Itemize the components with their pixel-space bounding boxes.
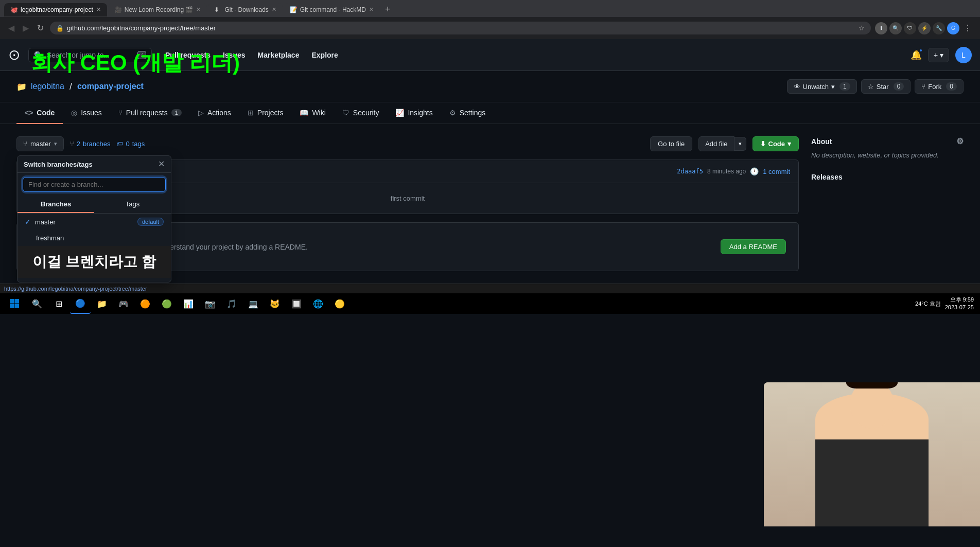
- menu-icon[interactable]: ⋮: [961, 23, 974, 33]
- branch-search-input[interactable]: [23, 177, 166, 192]
- tags-link[interactable]: 🏷 0 tags: [116, 140, 145, 148]
- ext-icon-5[interactable]: 🔧: [933, 22, 945, 34]
- taskbar-task-view[interactable]: ⊞: [48, 293, 69, 314]
- ext-icon-6[interactable]: G: [947, 22, 959, 34]
- github-logo[interactable]: ⊙: [8, 46, 20, 63]
- security-tab-icon: 🛡: [342, 109, 349, 117]
- browser-tab-0[interactable]: 🐙 legobitna/company-project ✕: [4, 3, 107, 16]
- commit-count-link[interactable]: 1 commit: [763, 168, 790, 175]
- unwatch-button[interactable]: 👁 Unwatch ▾ 1: [787, 79, 857, 94]
- taskbar-icons: 🔍 ⊞ 🔵 📁 🎮 🟠 🟢 📊 📷 🎵 💻: [27, 293, 350, 314]
- taskbar-app-11[interactable]: 🟡: [329, 293, 350, 314]
- taskbar-app-6[interactable]: 🎵: [221, 293, 242, 314]
- tab-actions[interactable]: ▷ Actions: [190, 102, 239, 124]
- insights-tab-label: Insights: [408, 109, 432, 117]
- tab-close-2[interactable]: ✕: [272, 6, 276, 13]
- taskbar-explorer[interactable]: 📁: [92, 293, 112, 314]
- branches-label: branches: [83, 140, 110, 148]
- svg-rect-0: [10, 299, 14, 304]
- tab-projects[interactable]: ⊞ Projects: [239, 102, 292, 124]
- tab-close-3[interactable]: ✕: [369, 6, 374, 13]
- github-header: ⊙ 🔍 Search or jump to... / Pull requests…: [0, 39, 980, 71]
- taskbar-app-8[interactable]: 🐱: [265, 293, 285, 314]
- branch-item-master[interactable]: ✓ master default: [18, 214, 171, 230]
- browser-tab-1[interactable]: 🎥 New Loom Recording 🎬 ✕: [108, 3, 207, 16]
- code-tab-icon: <>: [25, 109, 33, 117]
- taskbar-app-10[interactable]: 🌐: [308, 293, 328, 314]
- repo-name-link[interactable]: company-project: [77, 82, 144, 91]
- browser-tab-3[interactable]: 📝 Git command - HackMD ✕: [284, 3, 380, 16]
- tab-close-0[interactable]: ✕: [96, 6, 101, 13]
- nav-marketplace[interactable]: Marketplace: [253, 47, 305, 63]
- tab-security[interactable]: 🛡 Security: [334, 102, 388, 124]
- branch-item-freshman[interactable]: freshman: [18, 230, 171, 246]
- search-box[interactable]: 🔍 Search or jump to... /: [28, 48, 152, 62]
- forward-button[interactable]: ▶: [21, 21, 31, 35]
- ext-icon-4[interactable]: ⚡: [918, 22, 931, 34]
- notifications-icon[interactable]: 🔔: [911, 49, 922, 61]
- about-gear-icon[interactable]: ⚙: [956, 136, 964, 146]
- branch-dropdown-close[interactable]: ✕: [158, 160, 165, 168]
- commit-hash[interactable]: 2daaaf5: [677, 168, 703, 175]
- taskbar-app-2[interactable]: 🟠: [135, 293, 155, 314]
- branch-dropdown-arrow: ▾: [54, 140, 57, 147]
- add-file-dropdown-arrow[interactable]: ▾: [734, 137, 746, 151]
- new-tab-button[interactable]: +: [381, 2, 395, 17]
- tab-wiki[interactable]: 📖 Wiki: [291, 102, 334, 124]
- address-bar[interactable]: 🔒 github.com/legobitna/company-project/t…: [50, 22, 871, 34]
- browser-tab-2[interactable]: ⬇ Git - Downloads ✕: [208, 3, 282, 16]
- taskbar-app-1[interactable]: 🎮: [113, 293, 134, 314]
- repo-tabs: <> Code ◎ Issues ⑂ Pull requests 1 ▷ Act…: [0, 102, 980, 124]
- fork-button[interactable]: ⑂ Fork 0: [915, 79, 964, 94]
- ext-icon-2[interactable]: 🔍: [889, 22, 902, 34]
- address-input[interactable]: github.com/legobitna/company-project/tre…: [67, 24, 855, 32]
- taskbar-app-5[interactable]: 📷: [200, 293, 220, 314]
- start-button[interactable]: [2, 293, 27, 314]
- taskbar-chrome[interactable]: 🔵: [70, 293, 91, 314]
- about-section: About ⚙ No description, website, or topi…: [811, 136, 964, 161]
- branch-selector[interactable]: ⑂ master ▾ Switch branches/tags ✕ B: [16, 136, 64, 151]
- nav-explore[interactable]: Explore: [306, 47, 343, 63]
- tab-pull-requests[interactable]: ⑂ Pull requests 1: [110, 102, 190, 124]
- tab-code[interactable]: <> Code: [16, 102, 63, 124]
- back-button[interactable]: ◀: [6, 21, 16, 35]
- go-to-file-button[interactable]: Go to file: [650, 136, 692, 151]
- code-button[interactable]: ⬇ Code ▾: [752, 136, 799, 151]
- branches-tab[interactable]: Branches: [18, 196, 94, 213]
- app-6-icon: 🎵: [226, 299, 237, 309]
- taskbar-app-4[interactable]: 📊: [178, 293, 199, 314]
- add-file-button[interactable]: Add file: [698, 136, 734, 151]
- branches-count: 2: [77, 140, 80, 148]
- add-readme-button[interactable]: Add a README: [721, 239, 786, 254]
- code-btn-icon: ⬇: [760, 140, 766, 148]
- tab-issues[interactable]: ◎ Issues: [63, 102, 110, 124]
- tags-tab[interactable]: Tags: [94, 196, 171, 213]
- new-item-button[interactable]: + ▾: [928, 48, 949, 62]
- ext-icon-3[interactable]: 🛡: [904, 22, 916, 34]
- reload-button[interactable]: ↻: [35, 21, 46, 35]
- star-button[interactable]: ☆ Star 0: [861, 79, 911, 94]
- projects-tab-icon: ⊞: [248, 109, 254, 117]
- nav-issues[interactable]: Issues: [218, 47, 251, 63]
- search-placeholder-text: Search or jump to...: [47, 51, 133, 59]
- star-address-icon[interactable]: ☆: [859, 24, 865, 32]
- tab-favicon-1: 🎥: [114, 6, 121, 13]
- taskbar-app-9[interactable]: 🔲: [286, 293, 307, 314]
- app-5-icon: 📷: [205, 299, 215, 309]
- repo-main: ⑂ master ▾ Switch branches/tags ✕ B: [16, 136, 799, 271]
- browser-chrome: 🐙 legobitna/company-project ✕ 🎥 New Loom…: [0, 0, 980, 39]
- repo-owner-link[interactable]: legobitna: [31, 82, 64, 91]
- branches-link[interactable]: ⑂ 2 branches: [70, 140, 111, 148]
- tab-insights[interactable]: 📈 Insights: [387, 102, 441, 124]
- taskbar-app-3[interactable]: 🟢: [156, 293, 177, 314]
- taskbar-search[interactable]: 🔍: [27, 293, 47, 314]
- security-tab-label: Security: [353, 109, 379, 117]
- taskbar-app-7[interactable]: 💻: [243, 293, 264, 314]
- user-avatar[interactable]: L: [955, 47, 972, 63]
- ext-icon-1[interactable]: ⬆: [875, 22, 887, 34]
- wiki-tab-icon: 📖: [300, 109, 308, 117]
- repo-content: ⑂ master ▾ Switch branches/tags ✕ B: [0, 124, 980, 284]
- tab-close-1[interactable]: ✕: [196, 6, 201, 13]
- tab-settings[interactable]: ⚙ Settings: [441, 102, 494, 124]
- nav-pull-requests[interactable]: Pull requests: [160, 47, 216, 63]
